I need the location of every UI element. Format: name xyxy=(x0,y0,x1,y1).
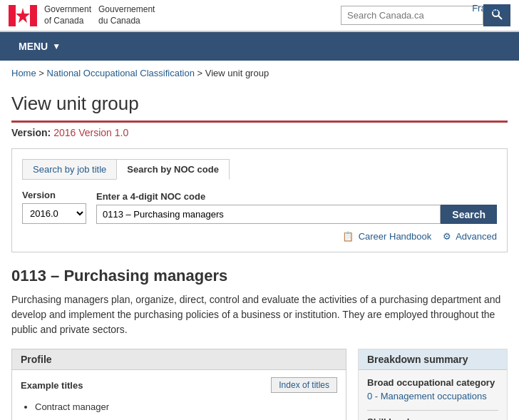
svg-line-5 xyxy=(498,16,502,19)
skill-level-label: Skill level xyxy=(367,416,498,420)
list-item: Contract manager xyxy=(35,399,337,415)
result-title: 0113 – Purchasing managers xyxy=(11,267,508,285)
noc-input-area: Enter a 4-digit NOC code Search xyxy=(96,191,497,224)
menu-button[interactable]: MENU ▼ xyxy=(9,32,71,61)
breakdown-header: Breakdown summary xyxy=(359,349,507,370)
version-bar: Version: 2016 Version 1.0 xyxy=(11,121,508,138)
version-label: Version: xyxy=(11,127,51,138)
result-description: Purchasing managers plan, organize, dire… xyxy=(11,292,508,337)
profile-header: Profile xyxy=(12,349,346,370)
skill-level-section: Skill level A - Occupations usually requ… xyxy=(367,416,498,420)
two-column-layout: Profile Example titles Index of titles C… xyxy=(11,349,508,420)
breadcrumb-home[interactable]: Home xyxy=(11,68,36,78)
list-item: Food purchasing manager xyxy=(35,416,337,420)
book-icon: 📋 xyxy=(342,231,354,242)
example-titles-list: Contract manager Food purchasing manager… xyxy=(21,399,337,420)
breadcrumb-separator2: > xyxy=(197,68,205,78)
career-link-label: Career Handbook xyxy=(359,231,432,242)
breadcrumb-noc[interactable]: National Occupational Classification xyxy=(47,68,195,78)
menu-label: MENU xyxy=(19,41,48,52)
version-field: Version 2016.0 xyxy=(22,190,86,224)
version-field-label: Version xyxy=(22,190,86,200)
version-value: 2016 Version 1.0 xyxy=(53,127,128,138)
broad-category-label: Broad occupational category xyxy=(367,377,498,388)
canada-flag-icon xyxy=(9,5,37,26)
profile-panel: Profile Example titles Index of titles C… xyxy=(11,349,346,420)
language-toggle[interactable]: Français xyxy=(472,3,508,14)
chevron-down-icon: ▼ xyxy=(52,41,61,51)
breadcrumb: Home > National Occupational Classificat… xyxy=(0,61,519,86)
divider xyxy=(367,410,498,411)
search-panel: Search by job title Search by NOC code V… xyxy=(11,148,508,252)
site-search-input[interactable] xyxy=(341,6,483,25)
noc-input-label: Enter a 4-digit NOC code xyxy=(96,191,497,202)
breakdown-panel: Breakdown summary Broad occupational cat… xyxy=(358,349,508,420)
page-title: View unit group xyxy=(11,93,508,115)
career-handbook-link[interactable]: 📋 Career Handbook xyxy=(342,231,431,242)
advanced-link[interactable]: ⚙ Advanced xyxy=(443,231,497,242)
tab-noc-code[interactable]: Search by NOC code xyxy=(116,159,230,180)
svg-rect-1 xyxy=(30,5,37,26)
breadcrumb-current: View unit group xyxy=(205,68,269,78)
gear-icon: ⚙ xyxy=(443,231,451,242)
logo-area: Governmentof Canada Gouvernementdu Canad… xyxy=(9,4,155,26)
tab-job-title[interactable]: Search by job title xyxy=(22,159,116,180)
version-select[interactable]: 2016.0 xyxy=(22,203,86,224)
index-of-titles-button[interactable]: Index of titles xyxy=(271,377,337,393)
search-tabs: Search by job title Search by NOC code xyxy=(22,159,497,180)
broad-category-link[interactable]: 0 - Management occupations xyxy=(367,391,487,401)
search-row: Version 2016.0 Enter a 4-digit NOC code … xyxy=(22,190,497,224)
noc-search-button[interactable]: Search xyxy=(441,205,497,224)
gov-name: Governmentof Canada xyxy=(44,4,91,26)
breadcrumb-separator: > xyxy=(38,68,46,78)
svg-rect-0 xyxy=(9,5,16,26)
broad-category-section: Broad occupational category 0 - Manageme… xyxy=(367,377,498,401)
example-titles-header: Example titles Index of titles xyxy=(21,377,337,393)
noc-code-input[interactable] xyxy=(96,205,441,224)
advanced-link-label: Advanced xyxy=(456,231,497,242)
example-titles-label: Example titles xyxy=(21,380,83,391)
nav-bar: MENU ▼ xyxy=(0,32,519,61)
search-links: 📋 Career Handbook ⚙ Advanced xyxy=(22,231,497,242)
gouv-name: Gouvernementdu Canada xyxy=(98,4,155,26)
